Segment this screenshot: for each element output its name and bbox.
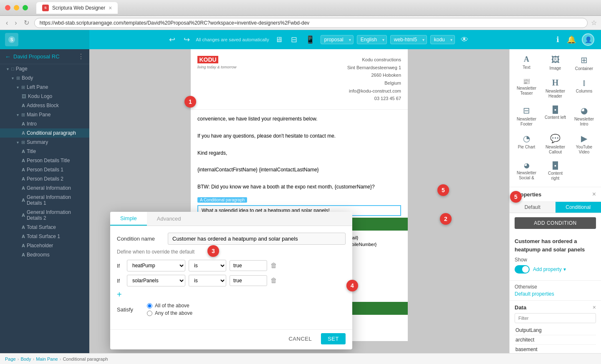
satisfy-any[interactable]: Any of the above	[147, 310, 192, 316]
sidebar-item-title[interactable]: A Title	[0, 147, 89, 156]
mac-max-btn[interactable]	[23, 5, 28, 10]
tab-close-icon[interactable]: ×	[109, 5, 112, 11]
cancel-btn[interactable]: CANCEL	[283, 333, 318, 344]
condition-row-1: If heatPump is 🗑	[117, 260, 346, 271]
tab-simple[interactable]: Simple	[110, 212, 147, 226]
mac-close-btn[interactable]	[5, 5, 10, 10]
show-toggle[interactable]	[515, 265, 530, 274]
forward-btn[interactable]: ›	[13, 18, 18, 28]
properties-close-btn[interactable]: ×	[592, 191, 596, 198]
sidebar-item-bedrooms[interactable]: A Bedrooms	[0, 250, 89, 259]
widget-newsletter-footer[interactable]: ⊟ Newsletter Footer	[513, 103, 540, 129]
field-select-2[interactable]: solarPanels	[127, 275, 185, 286]
sidebar-item-page[interactable]: ▾ □ Page	[0, 64, 89, 73]
add-condition-big-btn[interactable]: ADD CONDITION	[515, 217, 596, 229]
widget-pie-chart[interactable]: ◔ Pie Chart	[513, 131, 540, 157]
center-canvas[interactable]: KODU living today & tomorrow Kodu constr…	[89, 49, 509, 353]
default-props-link[interactable]: Default properties	[515, 291, 554, 297]
proposal-select[interactable]: proposal	[321, 35, 354, 44]
add-property-btn[interactable]: Add property ▾	[533, 266, 566, 273]
url-input[interactable]	[34, 18, 588, 28]
sidebar-item-addressblock[interactable]: A Address Block	[0, 101, 89, 110]
sidebar-item-intro[interactable]: A Intro	[0, 119, 89, 128]
sidebar-item-kodulogo[interactable]: 🖼 Kodu Logo	[0, 92, 89, 101]
field-select-1[interactable]: heatPump	[127, 260, 185, 271]
user-avatar[interactable]: 👤	[582, 33, 594, 46]
data-item-outputlang[interactable]: OutputLang	[515, 326, 596, 335]
back-btn[interactable]: ‹	[4, 18, 10, 28]
bookmark-btn[interactable]: ☆	[591, 19, 597, 27]
sidebar-item-totalsurface[interactable]: A Total Surface	[0, 223, 89, 232]
widget-container[interactable]: ⊞ Container	[571, 53, 598, 74]
sidebar-more-btn[interactable]: ⋮	[78, 53, 84, 60]
sidebar-item-persondetailstitle[interactable]: A Person Details Title	[0, 156, 89, 165]
set-btn[interactable]: SET	[321, 333, 346, 344]
sidebar-back-btn[interactable]: ←	[5, 53, 11, 60]
props-tab-default[interactable]: Default	[510, 202, 556, 213]
op-select-1[interactable]: is	[189, 260, 226, 271]
sidebar-item-summary[interactable]: ▾ ⊞ Summary	[0, 138, 89, 147]
notifications-btn[interactable]: 🔔	[565, 33, 578, 46]
mac-min-btn[interactable]	[14, 5, 19, 10]
theme-select[interactable]: kodu	[430, 35, 455, 44]
undo-btn[interactable]: ↩	[167, 33, 178, 46]
op-select-2[interactable]: is	[189, 275, 226, 286]
satisfy-all[interactable]: All of the above	[147, 303, 192, 309]
breadcrumb-body[interactable]: Body	[20, 356, 31, 361]
sidebar-item-totalsurface1[interactable]: A Total Surface 1	[0, 232, 89, 241]
sidebar-item-mainpane[interactable]: ▾ ⊞ Main Pane	[0, 110, 89, 119]
sidebar-item-leftpane[interactable]: ▾ ⊞ Left Pane	[0, 83, 89, 92]
widget-text[interactable]: A Text	[513, 53, 540, 74]
redo-btn[interactable]: ↪	[181, 33, 192, 46]
add-row-btn[interactable]: +	[117, 290, 122, 299]
widget-image[interactable]: 🖼 Image	[542, 53, 569, 74]
widget-newsletter-callout-label: Newsletter Callout	[543, 145, 567, 155]
sidebar-item-persondetails2[interactable]: A Person Details 2	[0, 174, 89, 183]
widget-newsletter-header[interactable]: H Newsletter Header	[542, 75, 569, 101]
data-close-btn[interactable]: ×	[593, 304, 596, 311]
widget-newsletter-intro[interactable]: ◕ Newsletter Intro	[571, 103, 598, 129]
value-input-1[interactable]	[230, 260, 267, 271]
sidebar-item-placeholder[interactable]: A Placeholder	[0, 241, 89, 250]
desktop-view-btn[interactable]: 🖥	[273, 34, 285, 46]
sidebar-item-generalinfodetails2[interactable]: A General Information Details 2	[0, 208, 89, 223]
tab-advanced[interactable]: Advanced	[147, 212, 191, 226]
sidebar-item-persondetails1[interactable]: A Person Details 1	[0, 165, 89, 174]
widget-newsletter-teaser[interactable]: 📰 Newsletter Teaser	[513, 75, 540, 101]
props-tab-conditional[interactable]: Conditional	[556, 202, 601, 213]
sidebar-item-body[interactable]: ▾ ⊞ Body	[0, 73, 89, 83]
text-icon: A	[22, 121, 25, 126]
sidebar-item-generalinfodetails1[interactable]: A General Information Details 1	[0, 193, 89, 208]
widget-content-left[interactable]: ▪ Content left	[542, 103, 569, 129]
delete-condition-1[interactable]: 🗑	[270, 262, 277, 269]
condition-name-input[interactable]	[168, 233, 346, 245]
widget-newsletter-callout[interactable]: 💬 Newsletter Callout	[542, 131, 569, 157]
content-left-icon: ▪	[553, 105, 558, 114]
data-filter-input[interactable]	[515, 313, 596, 323]
value-input-2[interactable]	[230, 275, 267, 286]
delete-condition-2[interactable]: 🗑	[270, 277, 277, 284]
expand-icon: ▾	[17, 113, 19, 117]
format-select[interactable]: web-html5	[390, 35, 427, 44]
preview-btn[interactable]: 👁	[458, 34, 471, 46]
data-item-architect[interactable]: architect	[515, 335, 596, 345]
sidebar-item-generalinfo[interactable]: A General Information	[0, 183, 89, 193]
breadcrumb-mainpane[interactable]: Main Pane	[36, 356, 58, 361]
language-select[interactable]: English	[357, 35, 387, 44]
reload-btn[interactable]: ↻	[22, 18, 31, 28]
browser-tab[interactable]: S Scriptura Web Designer ×	[36, 2, 118, 14]
satisfy-all-radio[interactable]	[147, 303, 152, 309]
data-item-basement[interactable]: basement	[515, 345, 596, 353]
mobile-view-btn[interactable]: 📱	[303, 33, 317, 46]
info-btn[interactable]: ℹ	[555, 33, 561, 46]
widget-content-right[interactable]: ▪ Content right	[542, 159, 569, 183]
satisfy-any-radio[interactable]	[147, 311, 152, 316]
breadcrumb-page[interactable]: Page	[5, 356, 16, 361]
sidebar-item-condpara[interactable]: A Conditional paragraph	[0, 128, 89, 138]
summary-icon: ⊞	[21, 140, 25, 145]
widget-youtube[interactable]: ▶ YouTube Video	[571, 131, 598, 157]
tablet-view-btn[interactable]: ⊟	[288, 33, 300, 46]
widget-columns[interactable]: ⫿ Columns	[571, 75, 598, 101]
expand-icon: ▾	[12, 76, 14, 80]
widget-newsletter-social[interactable]: ◕ Newsletter Social &	[513, 159, 540, 183]
